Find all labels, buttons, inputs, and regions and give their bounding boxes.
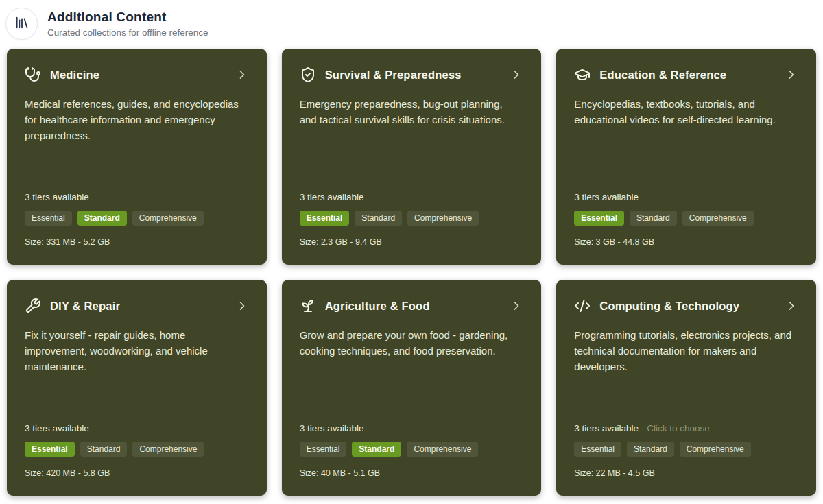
card-survival-preparedness[interactable]: Survival & Preparedness Emergency prepar… bbox=[282, 49, 542, 265]
card-description: Fix it yourself - repair guides, home im… bbox=[25, 327, 249, 374]
divider bbox=[300, 411, 524, 411]
card-footer: 3 tiers available Essential Standard Com… bbox=[300, 411, 524, 478]
tiers-count: 3 tiers available bbox=[25, 423, 89, 433]
card-header: Agriculture & Food bbox=[300, 298, 524, 314]
card-header: Education & Reference bbox=[574, 67, 798, 83]
tier-badge-essential[interactable]: Essential bbox=[574, 211, 624, 226]
tier-badges: Essential Standard Comprehensive bbox=[25, 442, 249, 457]
card-header: DIY & Repair bbox=[25, 298, 249, 314]
card-description: Emergency preparedness, bug-out planning… bbox=[300, 96, 524, 128]
page-title: Additional Content bbox=[47, 10, 208, 25]
size-range-label: Size: 2.3 GB - 9.4 GB bbox=[300, 237, 524, 247]
card-header: Medicine bbox=[25, 67, 249, 83]
code-icon bbox=[574, 298, 591, 314]
chevron-right-icon bbox=[235, 68, 249, 82]
tier-badges: Essential Standard Comprehensive bbox=[574, 442, 798, 457]
size-range-label: Size: 3 GB - 44.8 GB bbox=[574, 237, 798, 247]
card-title: Education & Reference bbox=[599, 69, 776, 82]
card-title: Survival & Preparedness bbox=[325, 69, 501, 82]
chevron-right-icon bbox=[510, 299, 523, 313]
card-header: Computing & Technology bbox=[574, 298, 798, 314]
card-header: Survival & Preparedness bbox=[300, 67, 524, 83]
card-computing-technology[interactable]: Computing & Technology Programming tutor… bbox=[556, 280, 816, 496]
card-description: Grow and prepare your own food - gardeni… bbox=[300, 327, 524, 359]
tier-badges: Essential Standard Comprehensive bbox=[300, 442, 524, 457]
tiers-hint[interactable]: - Click to choose bbox=[641, 423, 710, 433]
tiers-count: 3 tiers available bbox=[25, 192, 89, 202]
library-icon bbox=[14, 15, 29, 33]
tiers-available-label: 3 tiers available bbox=[574, 192, 798, 202]
tiers-count: 3 tiers available bbox=[574, 423, 639, 433]
card-footer: 3 tiers available Essential Standard Com… bbox=[25, 180, 249, 247]
shield-check-icon bbox=[300, 67, 316, 83]
chevron-right-icon bbox=[235, 299, 249, 313]
tier-badges: Essential Standard Comprehensive bbox=[300, 211, 524, 226]
tiers-available-label: 3 tiers available bbox=[300, 192, 524, 202]
tiers-count: 3 tiers available bbox=[300, 192, 364, 202]
sprout-icon bbox=[300, 298, 316, 314]
tier-badge-essential[interactable]: Essential bbox=[25, 211, 72, 226]
size-range-label: Size: 22 MB - 4.5 GB bbox=[574, 468, 798, 478]
tiers-count: 3 tiers available bbox=[300, 423, 364, 433]
tiers-available-label: 3 tiers available bbox=[300, 423, 524, 433]
chevron-right-icon bbox=[510, 68, 523, 82]
tier-badge-essential[interactable]: Essential bbox=[25, 442, 75, 457]
tier-badge-standard[interactable]: Standard bbox=[352, 442, 401, 457]
card-description: Medical references, guides, and encyclop… bbox=[25, 96, 249, 143]
card-footer: 3 tiers available - Click to choose Esse… bbox=[574, 411, 798, 478]
card-title: Medicine bbox=[50, 69, 226, 82]
chevron-right-icon bbox=[785, 68, 798, 82]
card-footer: 3 tiers available Essential Standard Com… bbox=[25, 411, 249, 478]
tier-badge-comprehensive[interactable]: Comprehensive bbox=[682, 211, 754, 226]
page-subtitle: Curated collections for offline referenc… bbox=[47, 27, 208, 38]
page-header: Additional Content Curated collections f… bbox=[0, 0, 823, 40]
card-title: Computing & Technology bbox=[599, 300, 776, 313]
header-icon-badge bbox=[5, 8, 38, 40]
tiers-available-label: 3 tiers available bbox=[25, 192, 249, 202]
tiers-available-label: 3 tiers available - Click to choose bbox=[574, 423, 798, 433]
card-diy-repair[interactable]: DIY & Repair Fix it yourself - repair gu… bbox=[7, 280, 267, 496]
card-footer: 3 tiers available Essential Standard Com… bbox=[574, 180, 798, 247]
size-range-label: Size: 331 MB - 5.2 GB bbox=[25, 237, 249, 247]
tier-badge-standard[interactable]: Standard bbox=[630, 211, 677, 226]
card-description: Encyclopedias, textbooks, tutorials, and… bbox=[574, 96, 798, 128]
size-range-label: Size: 40 MB - 5.1 GB bbox=[300, 468, 524, 478]
wrench-icon bbox=[25, 298, 41, 314]
tier-badge-essential[interactable]: Essential bbox=[574, 442, 621, 457]
graduation-cap-icon bbox=[574, 67, 591, 83]
tiers-count: 3 tiers available bbox=[574, 192, 639, 202]
tier-badge-comprehensive[interactable]: Comprehensive bbox=[132, 211, 204, 226]
stethoscope-icon bbox=[25, 67, 41, 83]
card-title: DIY & Repair bbox=[50, 300, 226, 313]
tier-badge-comprehensive[interactable]: Comprehensive bbox=[407, 442, 478, 457]
divider bbox=[574, 411, 798, 411]
tier-badges: Essential Standard Comprehensive bbox=[574, 211, 798, 226]
tier-badge-standard[interactable]: Standard bbox=[355, 211, 402, 226]
tier-badge-standard[interactable]: Standard bbox=[80, 442, 128, 457]
card-footer: 3 tiers available Essential Standard Com… bbox=[300, 180, 524, 247]
tiers-available-label: 3 tiers available bbox=[25, 423, 249, 433]
tier-badge-essential[interactable]: Essential bbox=[300, 442, 347, 457]
tier-badge-comprehensive[interactable]: Comprehensive bbox=[407, 211, 479, 226]
divider bbox=[25, 411, 249, 411]
card-agriculture-food[interactable]: Agriculture & Food Grow and prepare your… bbox=[282, 280, 542, 496]
tier-badge-standard[interactable]: Standard bbox=[627, 442, 674, 457]
divider bbox=[574, 180, 798, 180]
chevron-right-icon bbox=[785, 299, 798, 313]
divider bbox=[300, 180, 524, 180]
divider bbox=[25, 180, 249, 180]
tier-badge-comprehensive[interactable]: Comprehensive bbox=[132, 442, 204, 457]
card-education-reference[interactable]: Education & Reference Encyclopedias, tex… bbox=[556, 49, 816, 265]
tier-badge-standard[interactable]: Standard bbox=[77, 211, 127, 226]
collections-grid: Medicine Medical references, guides, and… bbox=[0, 49, 823, 496]
tier-badge-essential[interactable]: Essential bbox=[300, 211, 350, 226]
tier-badge-comprehensive[interactable]: Comprehensive bbox=[680, 442, 751, 457]
size-range-label: Size: 420 MB - 5.8 GB bbox=[25, 468, 249, 478]
card-description: Programming tutorials, electronics proje… bbox=[574, 327, 798, 374]
tier-badges: Essential Standard Comprehensive bbox=[25, 211, 249, 226]
card-medicine[interactable]: Medicine Medical references, guides, and… bbox=[7, 49, 267, 265]
card-title: Agriculture & Food bbox=[325, 300, 501, 313]
